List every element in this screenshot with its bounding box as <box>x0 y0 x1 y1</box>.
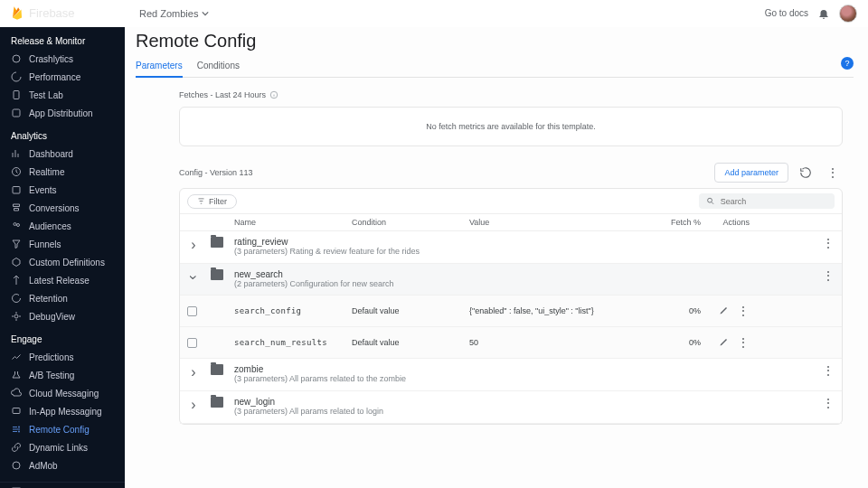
svg-point-9 <box>18 427 20 428</box>
group-row[interactable]: › new_search (2 parameters) Configuratio… <box>180 264 842 296</box>
filter-icon <box>197 197 205 205</box>
sidebar-item-dashboard[interactable]: Dashboard <box>0 145 125 163</box>
sidebar-item-cloudmessaging[interactable]: Cloud Messaging <box>0 384 125 402</box>
chevron-right-icon[interactable]: › <box>187 397 200 413</box>
folder-icon <box>211 237 223 248</box>
col-fetch: Fetch % <box>650 218 704 227</box>
folder-icon <box>211 397 223 408</box>
sidebar-item-events[interactable]: Events <box>0 181 125 199</box>
folder-icon <box>211 364 223 375</box>
chevron-down-icon[interactable]: › <box>185 271 202 284</box>
param-row: search_config Default value {"enabled" :… <box>180 296 842 327</box>
events-icon <box>11 184 22 195</box>
sidebar-item-abtesting[interactable]: A/B Testing <box>0 366 125 384</box>
chevron-down-icon <box>202 10 209 17</box>
remoteconfig-icon <box>11 424 22 435</box>
project-selector[interactable]: Red Zombies <box>139 8 209 19</box>
search-box[interactable] <box>699 193 835 209</box>
sidebar-item-inappmessaging[interactable]: In-App Messaging <box>0 402 125 420</box>
folder-icon <box>211 269 223 280</box>
performance-icon <box>11 71 22 82</box>
predictions-icon <box>11 352 22 362</box>
chevron-right-icon[interactable]: › <box>187 237 200 253</box>
group-row[interactable]: › new_login (3 parameters) All params re… <box>180 391 842 424</box>
realtime-icon <box>11 166 22 177</box>
info-icon[interactable] <box>269 90 278 99</box>
cloudmessaging-icon <box>11 388 22 399</box>
sidebar-item-extensions[interactable]: Extensions <box>0 483 125 488</box>
svg-point-5 <box>14 223 16 226</box>
sidebar-item-testlab[interactable]: Test Lab <box>0 86 125 104</box>
avatar[interactable] <box>839 5 857 23</box>
sidebar-item-predictions[interactable]: Predictions <box>0 348 125 366</box>
row-overflow-icon[interactable]: ⋮ <box>737 336 750 349</box>
sidebar-item-conversions[interactable]: Conversions <box>0 199 125 217</box>
sidebar-item-funnels[interactable]: Funnels <box>0 235 125 253</box>
retention-icon <box>11 293 22 304</box>
search-input[interactable] <box>721 197 827 206</box>
conversions-icon <box>11 202 22 213</box>
audiences-icon <box>11 221 22 231</box>
history-button[interactable] <box>796 163 816 183</box>
sidebar-section-engage: Engage <box>0 325 125 348</box>
sidebar-item-latestrelease[interactable]: Latest Release <box>0 271 125 289</box>
appdist-icon <box>11 108 22 118</box>
sidebar-item-appdist[interactable]: App Distribution <box>0 104 125 122</box>
svg-rect-1 <box>14 91 19 99</box>
svg-rect-4 <box>13 187 20 194</box>
col-value: Value <box>469 218 650 227</box>
sidebar-item-admob[interactable]: AdMob <box>0 456 125 474</box>
group-row[interactable]: › rating_review (3 parameters) Rating & … <box>180 231 842 264</box>
inappmessaging-icon <box>11 406 22 417</box>
checkbox[interactable] <box>187 306 197 316</box>
col-actions: Actions <box>704 218 750 227</box>
row-overflow-icon[interactable]: ⋮ <box>822 269 835 282</box>
tab-parameters[interactable]: Parameters <box>136 55 183 78</box>
sidebar-item-audiences[interactable]: Audiences <box>0 217 125 235</box>
firebase-logo-icon <box>11 5 24 22</box>
crashlytics-icon <box>11 53 22 64</box>
latestrelease-icon <box>11 275 22 286</box>
overflow-button[interactable]: ⋮ <box>823 163 843 183</box>
row-overflow-icon[interactable]: ⋮ <box>822 397 835 409</box>
debugview-icon <box>11 311 22 322</box>
config-table: Filter Name Condition Value Fetch % Acti… <box>179 188 843 425</box>
col-name: Name <box>234 218 352 227</box>
tab-conditions[interactable]: Conditions <box>197 55 240 77</box>
brand-word: Firebase <box>29 6 75 20</box>
page-title: Remote Config <box>136 31 854 52</box>
testlab-icon <box>11 89 22 100</box>
svg-point-6 <box>17 224 20 227</box>
notifications-icon[interactable] <box>817 7 830 20</box>
edit-icon[interactable] <box>719 305 730 315</box>
edit-icon[interactable] <box>719 336 730 347</box>
dashboard-icon <box>11 148 22 159</box>
sidebar-item-remoteconfig[interactable]: Remote Config <box>0 420 125 438</box>
chevron-right-icon[interactable]: › <box>187 364 200 380</box>
row-overflow-icon[interactable]: ⋮ <box>822 237 835 249</box>
history-icon <box>799 166 812 179</box>
abtesting-icon <box>11 370 22 380</box>
sidebar-item-realtime[interactable]: Realtime <box>0 163 125 181</box>
filter-chip[interactable]: Filter <box>187 194 237 209</box>
sidebar-item-customdef[interactable]: Custom Definitions <box>0 253 125 271</box>
svg-point-0 <box>13 55 20 62</box>
row-overflow-icon[interactable]: ⋮ <box>822 364 835 377</box>
sidebar-item-debugview[interactable]: DebugView <box>0 307 125 325</box>
sidebar-item-crashlytics[interactable]: Crashlytics <box>0 50 125 68</box>
row-overflow-icon[interactable]: ⋮ <box>737 305 750 317</box>
fetch-metrics-card: No fetch metrics are available for this … <box>179 107 843 146</box>
checkbox[interactable] <box>187 338 197 348</box>
add-parameter-button[interactable]: Add parameter <box>714 163 788 183</box>
sidebar-section-analytics: Analytics <box>0 122 125 145</box>
help-icon[interactable]: ? <box>841 57 854 70</box>
sidebar-item-performance[interactable]: Performance <box>0 68 125 86</box>
sidebar-item-dynamiclinks[interactable]: Dynamic Links <box>0 438 125 456</box>
group-row[interactable]: › zombie (3 parameters) All params relat… <box>180 359 842 391</box>
go-to-docs-link[interactable]: Go to docs <box>765 8 808 18</box>
col-condition: Condition <box>352 218 469 227</box>
sidebar-item-retention[interactable]: Retention <box>0 289 125 307</box>
customdef-icon <box>11 257 22 267</box>
param-row: search_num_results Default value 50 0% ⋮ <box>180 327 842 359</box>
svg-point-7 <box>14 314 18 318</box>
